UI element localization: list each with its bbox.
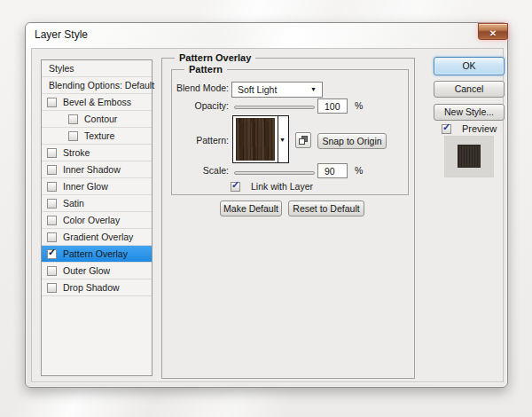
sidebar-item-label: Color Overlay <box>63 215 120 225</box>
pattern-picker[interactable]: ▼ <box>232 115 289 163</box>
reset-to-default-button[interactable]: Reset to Default <box>288 201 364 216</box>
gradient-overlay-checkbox[interactable]: ✓ <box>47 232 57 242</box>
link-with-layer-row: ✓ Link with Layer <box>231 181 313 192</box>
stroke-checkbox[interactable]: ✓ <box>47 148 57 158</box>
sidebar-item-label: Drop Shadow <box>63 282 120 293</box>
sidebar-item-stroke[interactable]: ✓ Stroke <box>42 145 152 161</box>
sidebar-item-inner-glow[interactable]: ✓ Inner Glow <box>42 178 152 195</box>
outer-glow-checkbox[interactable]: ✓ <box>47 266 57 276</box>
sidebar-item-label: Satin <box>63 198 84 208</box>
preview-row: ✓ Preview <box>442 123 497 134</box>
sidebar-item-label: Inner Glow <box>63 181 108 192</box>
inner-glow-checkbox[interactable]: ✓ <box>47 182 57 192</box>
dialog-body: Styles Blending Options: Default ✓ Bevel… <box>31 48 504 382</box>
satin-checkbox[interactable]: ✓ <box>47 199 57 208</box>
contour-checkbox[interactable]: ✓ <box>68 114 78 124</box>
sidebar-item-label: Texture <box>84 130 114 141</box>
preview-thumbnail <box>444 136 494 177</box>
pattern-group: Pattern Blend Mode: Soft Light ▼ Opacity… <box>171 69 409 195</box>
blending-options-label: Blending Options: Default <box>49 80 154 90</box>
scale-slider-track[interactable] <box>234 171 315 175</box>
color-overlay-checkbox[interactable]: ✓ <box>47 216 57 225</box>
scale-label: Scale: <box>172 165 229 176</box>
new-pattern-preset-icon <box>299 138 305 145</box>
sidebar-item-drop-shadow[interactable]: ✓ Drop Shadow <box>42 279 152 296</box>
link-with-layer-label: Link with Layer <box>251 181 313 192</box>
bevel-emboss-checkbox[interactable]: ✓ <box>47 98 57 107</box>
close-button[interactable]: ✕ <box>478 23 508 40</box>
pattern-overlay-panel: Pattern Overlay Pattern Blend Mode: Soft… <box>161 58 415 379</box>
window-title: Layer Style <box>35 23 88 47</box>
check-icon: ✓ <box>48 247 56 258</box>
styles-header-label: Styles <box>49 63 74 74</box>
sidebar-item-label: Contour <box>84 114 117 124</box>
title-bar[interactable]: Layer Style ✕ <box>26 23 507 48</box>
opacity-slider-thumb[interactable] <box>304 99 314 109</box>
sidebar-item-label: Gradient Overlay <box>63 232 133 242</box>
inner-shadow-checkbox[interactable]: ✓ <box>47 165 57 175</box>
opacity-label: Opacity: <box>172 100 229 111</box>
preview-pattern-square <box>458 145 481 168</box>
sidebar-item-satin[interactable]: ✓ Satin <box>42 195 152 212</box>
panel-title: Pattern Overlay <box>175 52 255 64</box>
styles-list: Styles Blending Options: Default ✓ Bevel… <box>41 59 153 376</box>
layer-style-dialog: Layer Style ✕ Styles Blending Options: D… <box>25 22 508 388</box>
sidebar-item-label: Bevel & Emboss <box>63 97 131 107</box>
snap-to-origin-button[interactable]: Snap to Origin <box>317 133 387 149</box>
scale-unit: % <box>355 165 363 176</box>
sidebar-item-styles[interactable]: Styles <box>42 60 152 77</box>
sidebar-item-label: Outer Glow <box>63 265 110 276</box>
sidebar-item-bevel-emboss[interactable]: ✓ Bevel & Emboss <box>42 94 152 111</box>
opacity-unit: % <box>355 100 363 111</box>
link-with-layer-checkbox[interactable]: ✓ <box>231 182 240 192</box>
chevron-down-icon[interactable]: ▼ <box>279 137 286 143</box>
sidebar-item-gradient-overlay[interactable]: ✓ Gradient Overlay <box>42 229 152 246</box>
preview-label: Preview <box>462 123 497 134</box>
check-icon: ✓ <box>231 179 239 191</box>
sidebar-item-contour[interactable]: ✓ Contour <box>42 111 152 128</box>
drop-shadow-checkbox[interactable]: ✓ <box>47 283 57 293</box>
sidebar-item-label: Stroke <box>63 147 90 158</box>
blend-mode-label: Blend Mode: <box>172 83 229 93</box>
scale-slider-thumb[interactable] <box>258 165 268 175</box>
sidebar-item-label: Inner Shadow <box>63 164 121 175</box>
sidebar-item-blending-options[interactable]: Blending Options: Default <box>42 77 152 94</box>
texture-checkbox[interactable]: ✓ <box>68 131 78 141</box>
sidebar-item-label: Pattern Overlay <box>63 248 128 259</box>
new-style-button[interactable]: New Style... <box>434 104 505 121</box>
sidebar-item-color-overlay[interactable]: ✓ Color Overlay <box>42 212 152 229</box>
ok-button[interactable]: OK <box>434 57 505 75</box>
opacity-slider-track[interactable] <box>234 106 315 109</box>
blend-mode-select[interactable]: Soft Light ▼ <box>231 82 323 98</box>
blend-mode-value: Soft Light <box>238 83 277 97</box>
make-default-button[interactable]: Make Default <box>220 201 282 216</box>
pattern-overlay-checkbox[interactable]: ✓ <box>47 249 57 259</box>
chevron-down-icon: ▼ <box>310 86 317 92</box>
scale-input[interactable] <box>317 163 348 178</box>
pattern-swatch[interactable] <box>236 118 275 161</box>
preview-checkbox[interactable]: ✓ <box>442 124 451 134</box>
divider <box>278 116 278 162</box>
new-pattern-preset-button[interactable] <box>295 132 311 148</box>
pattern-group-title: Pattern <box>184 64 227 75</box>
cancel-button[interactable]: Cancel <box>434 81 505 98</box>
close-icon: ✕ <box>489 28 497 38</box>
sidebar-item-inner-shadow[interactable]: ✓ Inner Shadow <box>42 161 152 178</box>
sidebar-item-texture[interactable]: ✓ Texture <box>42 128 152 145</box>
opacity-input[interactable] <box>317 98 348 114</box>
pattern-label: Pattern: <box>172 135 229 146</box>
sidebar-item-pattern-overlay[interactable]: ✓ Pattern Overlay <box>42 246 152 263</box>
sidebar-item-outer-glow[interactable]: ✓ Outer Glow <box>42 263 152 279</box>
check-icon: ✓ <box>442 122 450 133</box>
